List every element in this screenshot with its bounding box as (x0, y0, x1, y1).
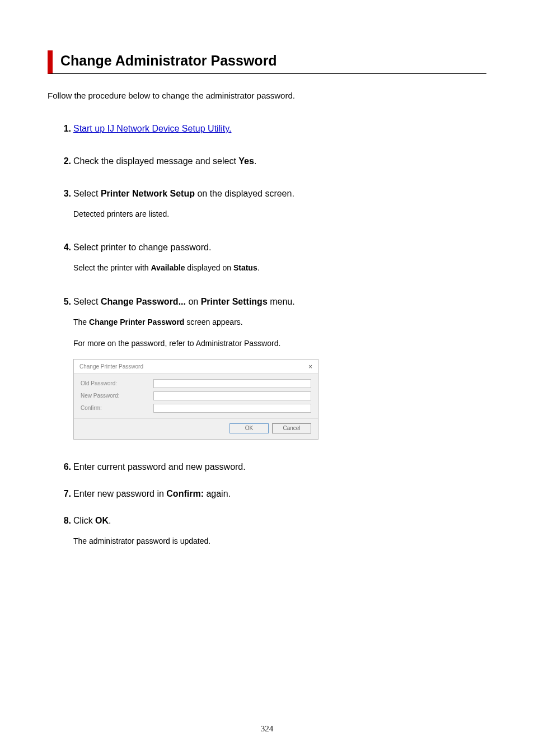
dialog-titlebar: Change Printer Password × (74, 360, 318, 374)
dialog-body: Old Password: New Password: Confirm: (74, 374, 318, 418)
dialog-row-confirm: Confirm: (81, 404, 311, 413)
step-text: Select Change Password... on Printer Set… (73, 297, 295, 306)
step-text: Enter new password in Confirm: again. (73, 489, 231, 498)
step-sub-text-2: For more on the password, refer to Admin… (73, 337, 486, 349)
step-number: 4. (55, 242, 71, 253)
step-3: 3. Select Printer Network Setup on the d… (55, 189, 486, 220)
step-text: Click OK. (73, 516, 111, 525)
step-text: Select Printer Network Setup on the disp… (73, 189, 294, 198)
step-4: 4. Select printer to change password. Se… (55, 242, 486, 274)
step-number: 8. (55, 516, 71, 526)
confirm-label: Confirm: (81, 405, 153, 411)
step-sub-text: The Change Printer Password screen appea… (73, 316, 486, 328)
step-sub-text: The administrator password is updated. (73, 535, 486, 547)
page-number: 324 (0, 724, 534, 734)
step-1: 1. Start up IJ Network Device Setup Util… (55, 124, 486, 134)
step-text: Check the displayed message and select Y… (73, 156, 256, 166)
steps-list: 1. Start up IJ Network Device Setup Util… (48, 124, 486, 547)
step-5: 5. Select Change Password... on Printer … (55, 297, 486, 440)
page-heading-bar: Change Administrator Password (48, 50, 486, 74)
new-password-label: New Password: (81, 393, 153, 399)
dialog-row-old: Old Password: (81, 379, 311, 388)
new-password-input (153, 391, 311, 400)
dialog-buttons: OK Cancel (74, 418, 318, 439)
cancel-button: Cancel (272, 423, 311, 433)
ok-button: OK (229, 423, 269, 433)
step-text: Select printer to change password. (73, 242, 211, 252)
old-password-label: Old Password: (81, 380, 153, 386)
step-sub-text: Detected printers are listed. (73, 208, 486, 220)
page-title: Change Administrator Password (60, 53, 486, 69)
step-number: 3. (55, 189, 71, 199)
step-number: 2. (55, 156, 71, 166)
old-password-input (153, 379, 311, 388)
step-7: 7. Enter new password in Confirm: again. (55, 489, 486, 499)
intro-text: Follow the procedure below to change the… (48, 91, 486, 100)
step-6: 6. Enter current password and new passwo… (55, 462, 486, 472)
dialog-row-new: New Password: (81, 391, 311, 400)
step-number: 5. (55, 297, 71, 307)
step-8: 8. Click OK. The administrator password … (55, 516, 486, 547)
step-link-start-utility[interactable]: Start up IJ Network Device Setup Utility… (73, 124, 231, 133)
step-number: 6. (55, 462, 71, 472)
step-2: 2. Check the displayed message and selec… (55, 156, 486, 166)
close-icon: × (308, 363, 312, 371)
confirm-input (153, 404, 311, 413)
step-text: Enter current password and new password. (73, 462, 246, 472)
dialog-screenshot: Change Printer Password × Old Password: … (73, 359, 318, 440)
step-number: 1. (55, 124, 71, 134)
dialog-title-text: Change Printer Password (79, 363, 143, 370)
step-number: 7. (55, 489, 71, 499)
step-sub-text: Select the printer with Available displa… (73, 262, 486, 274)
